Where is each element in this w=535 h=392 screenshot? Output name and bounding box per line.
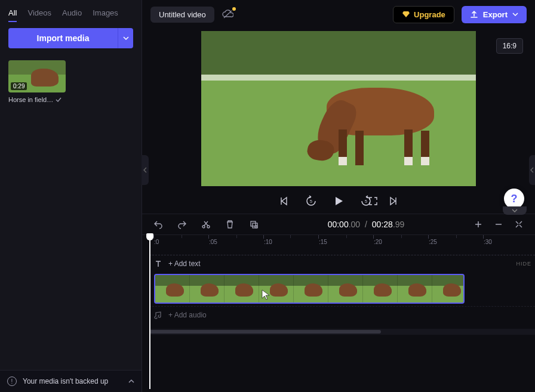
tab-videos[interactable]: Videos [27, 8, 51, 17]
svg-rect-5 [251, 221, 256, 226]
ruler-tick: :30 [484, 239, 492, 245]
zoom-in-button[interactable] [473, 219, 484, 230]
zoom-out-button[interactable] [493, 219, 504, 230]
backup-notice[interactable]: ! Your media isn't backed up [0, 370, 142, 392]
video-clip[interactable] [154, 274, 465, 304]
redo-button[interactable] [177, 219, 187, 230]
right-panel-handle[interactable] [529, 155, 535, 185]
timeline-ruler[interactable]: :0 :05 :10 :15 :20 :25 :30 [142, 234, 535, 255]
import-media-dropdown[interactable] [118, 28, 133, 48]
duplicate-button[interactable] [248, 219, 259, 230]
diamond-icon [402, 10, 410, 18]
delete-button[interactable] [225, 219, 235, 230]
playhead[interactable] [149, 234, 150, 389]
playback-controls: 5 5 [277, 186, 400, 214]
add-audio-label: + Add audio [168, 311, 207, 319]
help-button[interactable]: ? [504, 189, 524, 209]
svg-point-3 [202, 226, 205, 228]
timeline-scrollbar[interactable] [149, 329, 535, 335]
add-text-label: + Add text [168, 260, 201, 268]
music-icon [154, 311, 162, 319]
cloud-sync-icon[interactable] [222, 10, 233, 19]
media-name: Horse in field… [8, 96, 53, 103]
panel-collapse-toggle[interactable] [503, 206, 527, 215]
svg-point-4 [207, 226, 210, 228]
check-icon [56, 97, 62, 103]
timeline-tracks: + Add text HIDE + Add audio [142, 255, 535, 335]
export-button[interactable]: Export [462, 6, 527, 23]
upgrade-button[interactable]: Upgrade [393, 6, 454, 23]
play-button[interactable] [332, 195, 345, 208]
project-title[interactable]: Untitled video [150, 7, 214, 23]
audio-track[interactable]: + Add audio [149, 306, 535, 323]
undo-button[interactable] [153, 219, 164, 230]
tab-all[interactable]: All [8, 8, 17, 22]
chevron-down-icon [123, 35, 129, 41]
media-thumbnail: 0:29 [8, 60, 66, 92]
editor-main: Untitled video Upgrade Export 16:9 [142, 0, 535, 392]
skip-end-button[interactable] [387, 195, 400, 208]
ruler-tick: :25 [429, 239, 437, 245]
video-track[interactable] [149, 271, 535, 306]
top-bar: Untitled video Upgrade Export [142, 0, 535, 29]
media-tabs: All Videos Audio Images [0, 0, 142, 22]
skip-start-button[interactable] [277, 195, 290, 208]
zoom-fit-button[interactable] [514, 219, 524, 230]
video-preview[interactable] [201, 31, 476, 186]
ruler-tick: :05 [209, 239, 217, 245]
svg-text:5: 5 [310, 199, 312, 203]
media-duration: 0:29 [11, 82, 27, 90]
media-item[interactable]: 0:29 Horse in field… [8, 60, 66, 103]
aspect-ratio-selector[interactable]: 16:9 [496, 38, 523, 54]
upload-icon [470, 10, 478, 18]
info-icon: ! [7, 376, 17, 386]
media-sidebar: All Videos Audio Images Import media 0:2… [0, 0, 142, 392]
tab-audio[interactable]: Audio [62, 8, 82, 17]
preview-area: 16:9 ? 5 [142, 29, 535, 214]
timeline-toolbar: 00:00.00 / 00:28.99 [142, 214, 535, 234]
fullscreen-button[interactable] [367, 195, 380, 208]
rewind-5-button[interactable]: 5 [305, 195, 318, 208]
media-grid: 0:29 Horse in field… [0, 54, 142, 109]
chevron-up-icon [128, 378, 134, 384]
ruler-tick: :15 [319, 239, 327, 245]
import-media-button[interactable]: Import media [8, 28, 118, 48]
timecode-display: 00:00.00 / 00:28.99 [272, 220, 460, 229]
ruler-tick: :20 [374, 239, 382, 245]
chevron-down-icon [512, 11, 518, 17]
backup-message: Your media isn't backed up [23, 377, 108, 385]
hide-track-label[interactable]: HIDE [516, 261, 531, 267]
text-track[interactable]: + Add text HIDE [149, 255, 535, 271]
ruler-tick: :10 [264, 239, 272, 245]
split-button[interactable] [201, 219, 211, 230]
text-icon [154, 260, 162, 268]
ruler-tick: :0 [154, 239, 159, 245]
tab-images[interactable]: Images [93, 8, 118, 17]
